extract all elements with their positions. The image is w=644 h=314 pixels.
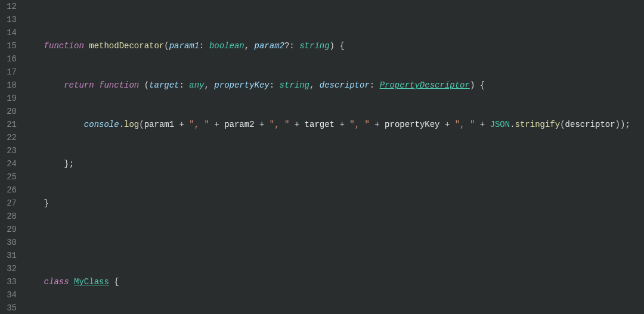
line-number: 12 xyxy=(0,0,17,13)
line-number: 15 xyxy=(0,39,17,52)
line-number: 22 xyxy=(0,131,17,144)
code-area[interactable]: function methodDecorator(param1: boolean… xyxy=(21,0,630,314)
code-line[interactable]: return function (target: any, propertyKe… xyxy=(24,79,630,92)
code-line[interactable]: console.log(param1 + ", " + param2 + ", … xyxy=(24,118,630,131)
code-line[interactable] xyxy=(24,236,630,249)
line-number: 20 xyxy=(0,105,17,118)
code-line[interactable]: function methodDecorator(param1: boolean… xyxy=(24,39,630,52)
line-number: 32 xyxy=(0,262,17,275)
line-number: 34 xyxy=(0,288,17,301)
line-number: 28 xyxy=(0,210,17,223)
line-number: 17 xyxy=(0,66,17,79)
line-number: 13 xyxy=(0,13,17,26)
line-number: 27 xyxy=(0,197,17,210)
code-line[interactable]: } xyxy=(24,197,630,210)
line-number: 24 xyxy=(0,157,17,170)
line-number: 16 xyxy=(0,52,17,66)
code-editor[interactable]: 1213141516171819202122232425262728293031… xyxy=(0,0,644,314)
line-number: 26 xyxy=(0,184,17,197)
line-number: 31 xyxy=(0,249,17,262)
line-number: 25 xyxy=(0,170,17,184)
line-number: 19 xyxy=(0,92,17,105)
line-number: 18 xyxy=(0,79,17,92)
line-number: 30 xyxy=(0,236,17,249)
code-line[interactable]: }; xyxy=(24,157,630,170)
line-number: 29 xyxy=(0,223,17,236)
code-line[interactable]: class MyClass { xyxy=(24,275,630,288)
line-number: 14 xyxy=(0,26,17,39)
line-number: 35 xyxy=(0,301,17,314)
line-number: 21 xyxy=(0,118,17,131)
line-number: 33 xyxy=(0,275,17,288)
line-number: 23 xyxy=(0,144,17,157)
gutter-line-numbers: 1213141516171819202122232425262728293031… xyxy=(0,0,21,314)
